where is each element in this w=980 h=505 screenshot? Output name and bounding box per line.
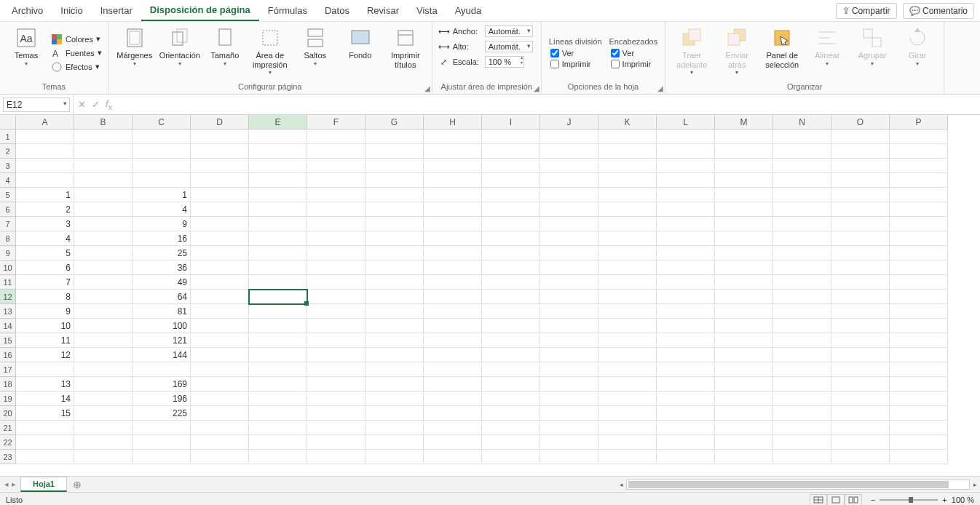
cell[interactable] (773, 450, 831, 464)
cell[interactable] (540, 290, 598, 304)
cell[interactable] (657, 261, 715, 275)
cell[interactable] (657, 275, 715, 290)
add-sheet-button[interactable]: ⊕ (67, 477, 87, 493)
cell[interactable] (482, 304, 540, 319)
cell[interactable] (540, 261, 598, 275)
cell[interactable] (424, 450, 482, 464)
cell[interactable]: 121 (133, 333, 191, 348)
cell[interactable] (540, 391, 598, 406)
cell[interactable]: 3 (16, 217, 74, 231)
cell[interactable] (831, 435, 890, 450)
cell[interactable] (715, 362, 773, 377)
cell[interactable] (890, 231, 948, 246)
scale-launcher[interactable]: ◢ (534, 84, 540, 92)
bring-forward-button[interactable]: Traer adelante▾ (670, 25, 714, 81)
cell[interactable] (773, 435, 831, 450)
cell[interactable] (74, 304, 133, 319)
cell[interactable] (307, 261, 365, 275)
cell[interactable] (191, 159, 249, 173)
cell[interactable] (831, 231, 890, 246)
cell[interactable] (831, 362, 890, 377)
cell[interactable] (831, 144, 890, 159)
cell[interactable] (540, 130, 598, 144)
cell[interactable] (657, 231, 715, 246)
cell[interactable] (773, 333, 831, 348)
cell[interactable] (191, 188, 249, 202)
cell[interactable] (715, 202, 773, 217)
cell[interactable] (773, 362, 831, 377)
row-header[interactable]: 16 (0, 348, 16, 362)
cell[interactable] (249, 275, 307, 290)
row-header[interactable]: 3 (0, 159, 16, 173)
cell[interactable] (133, 144, 191, 159)
cell[interactable] (598, 261, 657, 275)
cell[interactable] (540, 406, 598, 421)
cell[interactable] (307, 450, 365, 464)
cell[interactable]: 16 (133, 231, 191, 246)
cell[interactable] (598, 333, 657, 348)
row-header[interactable]: 23 (0, 450, 16, 464)
cell[interactable]: 15 (16, 406, 74, 421)
cell[interactable] (540, 362, 598, 377)
sheetopts-launcher[interactable]: ◢ (657, 84, 663, 92)
cell[interactable] (424, 130, 482, 144)
cell[interactable] (365, 144, 424, 159)
fonts-button[interactable]: AFuentes ▾ (50, 47, 103, 60)
cell[interactable] (890, 202, 948, 217)
cell[interactable] (307, 377, 365, 391)
cell[interactable] (482, 421, 540, 435)
column-header[interactable]: L (657, 115, 715, 130)
cell[interactable] (133, 159, 191, 173)
cell[interactable] (365, 348, 424, 362)
cell[interactable] (74, 435, 133, 450)
cell[interactable] (249, 450, 307, 464)
cell[interactable] (598, 217, 657, 231)
menu-revisar[interactable]: Revisar (358, 1, 408, 20)
cell[interactable] (307, 304, 365, 319)
cell[interactable] (657, 217, 715, 231)
name-box[interactable]: E12 (3, 98, 70, 112)
row-header[interactable]: 17 (0, 362, 16, 377)
cell[interactable] (365, 333, 424, 348)
headings-view-checkbox[interactable]: Ver (609, 48, 658, 58)
cell[interactable] (890, 333, 948, 348)
cell[interactable] (249, 377, 307, 391)
effects-button[interactable]: Efectos ▾ (50, 60, 103, 73)
cell[interactable] (482, 391, 540, 406)
cell[interactable] (307, 348, 365, 362)
cell[interactable] (657, 435, 715, 450)
row-header[interactable]: 4 (0, 173, 16, 188)
cell[interactable] (890, 130, 948, 144)
cell[interactable] (890, 275, 948, 290)
cell[interactable] (773, 391, 831, 406)
background-button[interactable]: Fondo (339, 25, 382, 81)
share-button[interactable]: ⇪ Compartir (836, 3, 897, 19)
cell[interactable] (831, 159, 890, 173)
column-header[interactable]: F (307, 115, 365, 130)
cell[interactable] (482, 202, 540, 217)
row-header[interactable]: 10 (0, 261, 16, 275)
fx-icon[interactable]: fx (106, 98, 112, 111)
cell[interactable] (365, 130, 424, 144)
cell[interactable] (482, 333, 540, 348)
cell[interactable] (598, 202, 657, 217)
cell[interactable] (598, 406, 657, 421)
row-header[interactable]: 6 (0, 202, 16, 217)
cell[interactable] (890, 188, 948, 202)
cell[interactable] (773, 290, 831, 304)
column-header[interactable]: K (598, 115, 657, 130)
cell[interactable] (424, 348, 482, 362)
row-header[interactable]: 11 (0, 275, 16, 290)
cell[interactable]: 10 (16, 319, 74, 333)
cell[interactable] (424, 435, 482, 450)
cell[interactable] (482, 130, 540, 144)
cell[interactable] (598, 130, 657, 144)
cell[interactable] (482, 290, 540, 304)
menu-ayuda[interactable]: Ayuda (446, 1, 491, 20)
cell[interactable] (424, 421, 482, 435)
cell[interactable] (307, 173, 365, 188)
cell[interactable] (74, 261, 133, 275)
cell[interactable] (74, 290, 133, 304)
cell[interactable] (831, 377, 890, 391)
cell[interactable] (307, 421, 365, 435)
